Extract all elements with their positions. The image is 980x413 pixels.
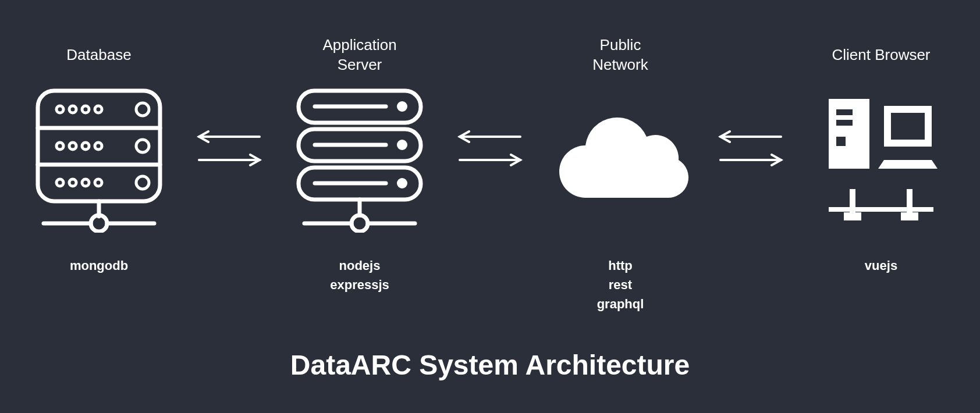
svg-rect-45 [907,189,912,212]
heading-public-network: PublicNetwork [592,35,648,76]
arrow-right-icon [194,154,264,166]
svg-point-30 [397,101,407,112]
svg-point-6 [95,106,102,113]
arrow-right-icon [455,154,525,166]
node-public-network: PublicNetwork httprestgraphql [545,35,696,314]
svg-point-5 [82,106,89,113]
svg-rect-46 [901,212,918,220]
svg-point-4 [69,106,76,113]
client-icon [817,87,945,233]
tech-public-network: httprestgraphql [597,256,644,314]
node-database: Database [23,35,175,275]
tech-client-browser: vuejs [865,256,897,275]
svg-point-8 [56,143,63,149]
heading-client-browser: Client Browser [832,35,930,76]
app-server-icon [293,87,427,233]
node-app-server: ApplicationServer [284,35,435,294]
arrow-left-icon [455,130,525,143]
heading-database: Database [66,35,131,76]
connection-db-app [194,35,264,262]
svg-point-7 [136,103,149,116]
svg-point-9 [69,143,76,149]
svg-point-16 [95,179,102,186]
svg-point-11 [95,143,102,149]
svg-point-12 [136,140,149,152]
svg-point-34 [351,215,368,232]
arrow-left-icon [194,130,264,143]
database-icon [32,87,166,233]
cloud-icon [551,87,690,233]
svg-point-14 [69,179,76,186]
svg-point-32 [397,178,407,188]
svg-rect-43 [850,189,855,212]
tech-app-server: nodejsexpressjs [330,256,389,294]
heading-app-server: ApplicationServer [322,35,396,76]
svg-point-10 [82,143,89,149]
svg-point-13 [56,179,63,186]
svg-point-15 [82,179,89,186]
svg-marker-41 [878,160,938,169]
tech-database: mongodb [70,256,128,275]
node-client-browser: Client Browser vuejs [805,35,957,275]
connection-network-client [716,35,786,262]
arrow-right-icon [716,154,786,166]
svg-point-3 [56,106,63,113]
svg-point-31 [397,140,407,150]
architecture-row: Database [0,35,980,314]
connection-app-network [455,35,525,262]
svg-rect-44 [844,212,861,220]
diagram-title: DataARC System Architecture [0,349,980,381]
svg-point-17 [136,176,149,189]
svg-rect-42 [829,207,933,212]
arrow-left-icon [716,130,786,143]
